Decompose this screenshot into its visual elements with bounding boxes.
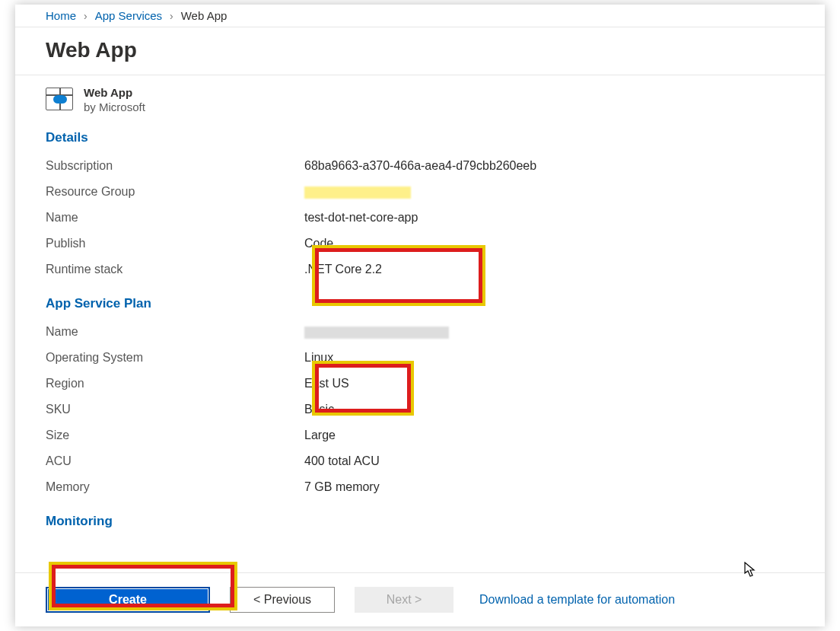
label-resource-group: Resource Group bbox=[46, 179, 304, 205]
breadcrumb-app-services[interactable]: App Services bbox=[95, 9, 162, 22]
value-plan-name bbox=[304, 319, 449, 345]
create-button[interactable]: Create bbox=[46, 587, 210, 613]
section-monitoring: Monitoring bbox=[46, 514, 794, 529]
page-title: Web App bbox=[46, 38, 794, 62]
row-resource-group: Resource Group bbox=[46, 179, 794, 205]
label-acu: ACU bbox=[46, 448, 304, 474]
label-runtime: Runtime stack bbox=[46, 257, 304, 282]
row-region: Region East US bbox=[46, 371, 794, 397]
title-row: Web App bbox=[15, 27, 825, 75]
webapp-icon bbox=[46, 88, 73, 110]
section-details: Details bbox=[46, 130, 794, 145]
breadcrumb-current: Web App bbox=[181, 9, 228, 22]
value-acu: 400 total ACU bbox=[304, 448, 380, 474]
value-publish: Code bbox=[304, 231, 333, 257]
breadcrumb-home[interactable]: Home bbox=[46, 9, 76, 22]
previous-button[interactable]: < Previous bbox=[230, 587, 335, 613]
row-os: Operating System Linux bbox=[46, 345, 794, 371]
page-frame: Home › App Services › Web App Web App We… bbox=[15, 5, 825, 626]
value-size: Large bbox=[304, 422, 336, 448]
footer: Create < Previous Next > Download a temp… bbox=[15, 572, 825, 626]
label-publish: Publish bbox=[46, 231, 304, 257]
row-size: Size Large bbox=[46, 422, 794, 448]
label-region: Region bbox=[46, 371, 304, 397]
value-name: test-dot-net-core-app bbox=[304, 205, 418, 231]
row-sku: SKU Basic bbox=[46, 397, 794, 422]
value-sku: Basic bbox=[304, 397, 334, 422]
row-runtime: Runtime stack .NET Core 2.2 bbox=[46, 257, 794, 282]
label-subscription: Subscription bbox=[46, 153, 304, 179]
label-os: Operating System bbox=[46, 345, 304, 371]
row-subscription: Subscription 68ba9663-a370-466a-aea4-d79… bbox=[46, 153, 794, 179]
value-resource-group bbox=[304, 179, 411, 205]
app-header: Web App by Microsoft bbox=[46, 86, 794, 113]
next-button: Next > bbox=[355, 587, 453, 613]
app-title: Web App bbox=[84, 86, 145, 99]
label-size: Size bbox=[46, 422, 304, 448]
download-template-link[interactable]: Download a template for automation bbox=[479, 593, 675, 607]
label-name: Name bbox=[46, 205, 304, 231]
label-plan-name: Name bbox=[46, 319, 304, 345]
value-memory: 7 GB memory bbox=[304, 474, 380, 500]
body: Web App by Microsoft Details Subscriptio… bbox=[15, 75, 825, 572]
row-plan-name: Name bbox=[46, 319, 794, 345]
label-sku: SKU bbox=[46, 397, 304, 422]
app-publisher: by Microsoft bbox=[84, 100, 145, 113]
row-acu: ACU 400 total ACU bbox=[46, 448, 794, 474]
redacted-value bbox=[304, 186, 411, 199]
value-subscription: 68ba9663-a370-466a-aea4-d79cbb260eeb bbox=[304, 153, 536, 179]
label-memory: Memory bbox=[46, 474, 304, 500]
redacted-value bbox=[304, 327, 449, 339]
breadcrumb: Home › App Services › Web App bbox=[15, 5, 825, 27]
row-memory: Memory 7 GB memory bbox=[46, 474, 794, 500]
value-os: Linux bbox=[304, 345, 333, 371]
section-app-service-plan: App Service Plan bbox=[46, 296, 794, 311]
chevron-right-icon: › bbox=[84, 10, 88, 22]
value-region: East US bbox=[304, 371, 349, 397]
row-name: Name test-dot-net-core-app bbox=[46, 205, 794, 231]
value-runtime: .NET Core 2.2 bbox=[304, 257, 382, 282]
chevron-right-icon: › bbox=[170, 10, 173, 22]
row-publish: Publish Code bbox=[46, 231, 794, 257]
